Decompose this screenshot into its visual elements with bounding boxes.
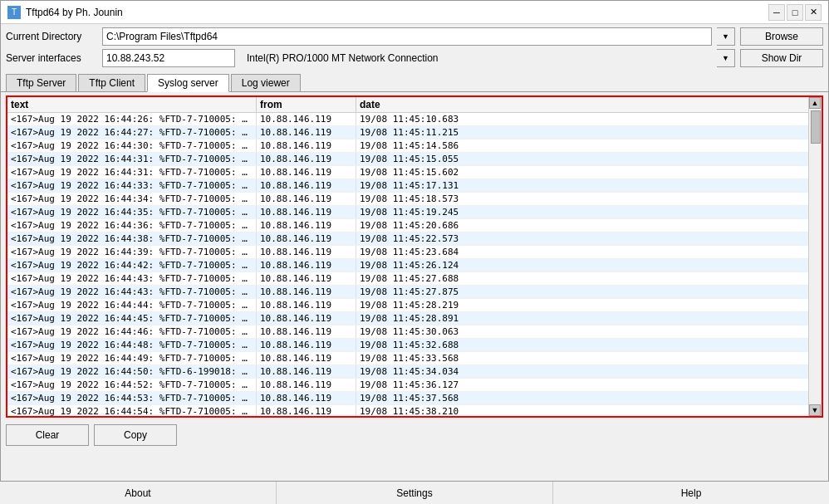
- about-button[interactable]: About: [0, 482, 277, 504]
- log-cell-date: 19/08 11:45:19.245: [356, 206, 808, 218]
- server-description: Intel(R) PRO/1000 MT Network Connection: [247, 52, 712, 64]
- log-cell-text: <167>Aug 19 2022 16:44:48: %FTD-7-710005…: [7, 339, 257, 351]
- log-row: <167>Aug 19 2022 16:44:31: %FTD-7-710005…: [7, 166, 808, 179]
- log-cell-from: 10.88.146.119: [257, 299, 356, 311]
- log-cell-text: <167>Aug 19 2022 16:44:42: %FTD-7-710005…: [7, 259, 257, 272]
- scroll-up-button[interactable]: ▲: [809, 97, 821, 109]
- log-cell-from: 10.88.146.119: [257, 113, 356, 125]
- log-row: <167>Aug 19 2022 16:44:44: %FTD-7-710005…: [7, 299, 808, 312]
- log-cell-from: 10.88.146.119: [257, 246, 356, 258]
- log-row: <167>Aug 19 2022 16:44:42: %FTD-7-710005…: [7, 259, 808, 272]
- log-cell-text: <167>Aug 19 2022 16:44:31: %FTD-7-710005…: [7, 166, 257, 179]
- log-cell-date: 19/08 11:45:15.055: [356, 153, 808, 165]
- toolbar: Current Directory ▼ Browse Server interf…: [1, 24, 828, 71]
- status-bar: About Settings Help: [0, 481, 829, 504]
- log-cell-from: 10.88.146.119: [257, 166, 356, 179]
- tab-tftp-server[interactable]: Tftp Server: [6, 74, 76, 91]
- show-dir-button[interactable]: Show Dir: [740, 49, 823, 67]
- browse-button[interactable]: Browse: [740, 27, 823, 46]
- log-cell-text: <167>Aug 19 2022 16:44:45: %FTD-7-710005…: [7, 312, 257, 325]
- tab-syslog-server[interactable]: Syslog server: [147, 74, 229, 92]
- log-row: <167>Aug 19 2022 16:44:39: %FTD-7-710005…: [7, 246, 808, 259]
- log-row: <167>Aug 19 2022 16:44:52: %FTD-7-710005…: [7, 379, 808, 392]
- log-row: <167>Aug 19 2022 16:44:49: %FTD-7-710005…: [7, 352, 808, 365]
- main-content: text from date <167>Aug 19 2022 16:44:26…: [1, 92, 828, 449]
- log-cell-from: 10.88.146.119: [257, 312, 356, 325]
- log-cell-from: 10.88.146.119: [257, 339, 356, 351]
- log-cell-text: <167>Aug 19 2022 16:44:54: %FTD-7-710005…: [7, 405, 257, 416]
- log-cell-date: 19/08 11:45:36.127: [356, 379, 808, 391]
- log-row: <167>Aug 19 2022 16:44:50: %FTD-6-199018…: [7, 365, 808, 379]
- settings-button[interactable]: Settings: [277, 482, 553, 504]
- scroll-track: [809, 109, 822, 404]
- current-directory-dropdown[interactable]: ▼: [717, 27, 735, 46]
- server-ip-input[interactable]: [102, 49, 235, 67]
- log-row: <167>Aug 19 2022 16:44:31: %FTD-7-710005…: [7, 153, 808, 166]
- log-row: <167>Aug 19 2022 16:44:53: %FTD-7-710005…: [7, 392, 808, 405]
- log-cell-from: 10.88.146.119: [257, 325, 356, 338]
- log-row: <167>Aug 19 2022 16:44:45: %FTD-7-710005…: [7, 312, 808, 325]
- log-cell-text: <167>Aug 19 2022 16:44:43: %FTD-7-710005…: [7, 272, 257, 285]
- tab-tftp-client[interactable]: Tftp Client: [78, 74, 145, 91]
- server-interfaces-label: Server interfaces: [6, 52, 97, 64]
- log-cell-text: <167>Aug 19 2022 16:44:46: %FTD-7-710005…: [7, 325, 257, 338]
- header-from: from: [257, 97, 356, 112]
- log-cell-from: 10.88.146.119: [257, 153, 356, 165]
- current-directory-row: Current Directory ▼ Browse: [6, 27, 823, 46]
- log-cell-date: 19/08 11:45:11.215: [356, 126, 808, 139]
- log-cell-date: 19/08 11:45:15.602: [356, 166, 808, 179]
- scroll-thumb[interactable]: [811, 110, 821, 144]
- scrollbar[interactable]: ▲ ▼: [808, 97, 822, 416]
- log-table-inner: text from date <167>Aug 19 2022 16:44:26…: [7, 97, 808, 416]
- log-row: <167>Aug 19 2022 16:44:46: %FTD-7-710005…: [7, 325, 808, 339]
- log-cell-date: 19/08 11:45:38.210: [356, 405, 808, 416]
- log-cell-text: <167>Aug 19 2022 16:44:26: %FTD-7-710005…: [7, 113, 257, 125]
- log-cell-from: 10.88.146.119: [257, 232, 356, 245]
- log-cell-text: <167>Aug 19 2022 16:44:30: %FTD-7-710005…: [7, 139, 257, 152]
- log-cell-date: 19/08 11:45:17.131: [356, 179, 808, 192]
- current-directory-label: Current Directory: [6, 31, 97, 42]
- current-directory-input[interactable]: [102, 27, 712, 46]
- app-title: Tftpd64 by Ph. Jounin: [26, 7, 123, 18]
- log-table-body[interactable]: <167>Aug 19 2022 16:44:26: %FTD-7-710005…: [7, 113, 808, 416]
- log-cell-date: 19/08 11:45:18.573: [356, 193, 808, 205]
- server-interfaces-dropdown[interactable]: ▼: [717, 49, 735, 67]
- log-cell-from: 10.88.146.119: [257, 206, 356, 218]
- log-cell-date: 19/08 11:45:37.568: [356, 392, 808, 404]
- log-row: <167>Aug 19 2022 16:44:34: %FTD-7-710005…: [7, 193, 808, 206]
- header-text: text: [7, 97, 257, 112]
- log-cell-text: <167>Aug 19 2022 16:44:53: %FTD-7-710005…: [7, 392, 257, 404]
- title-bar-left: T Tftpd64 by Ph. Jounin: [7, 6, 123, 19]
- log-cell-date: 19/08 11:45:10.683: [356, 113, 808, 125]
- log-cell-from: 10.88.146.119: [257, 392, 356, 404]
- log-cell-text: <167>Aug 19 2022 16:44:35: %FTD-7-710005…: [7, 206, 257, 218]
- log-cell-date: 19/08 11:45:30.063: [356, 325, 808, 338]
- log-cell-date: 19/08 11:45:33.568: [356, 352, 808, 365]
- log-row: <167>Aug 19 2022 16:44:33: %FTD-7-710005…: [7, 179, 808, 193]
- log-cell-from: 10.88.146.119: [257, 126, 356, 139]
- log-row: <167>Aug 19 2022 16:44:54: %FTD-7-710005…: [7, 405, 808, 416]
- help-button[interactable]: Help: [553, 482, 829, 504]
- log-cell-date: 19/08 11:45:20.686: [356, 219, 808, 232]
- log-row: <167>Aug 19 2022 16:44:30: %FTD-7-710005…: [7, 139, 808, 153]
- log-cell-from: 10.88.146.119: [257, 379, 356, 391]
- log-table-wrapper: text from date <167>Aug 19 2022 16:44:26…: [6, 95, 823, 418]
- tab-log-viewer[interactable]: Log viewer: [231, 74, 301, 91]
- log-cell-date: 19/08 11:45:28.891: [356, 312, 808, 325]
- log-cell-text: <167>Aug 19 2022 16:44:38: %FTD-7-710005…: [7, 232, 257, 245]
- log-row: <167>Aug 19 2022 16:44:27: %FTD-7-710005…: [7, 126, 808, 139]
- log-cell-date: 19/08 11:45:28.219: [356, 299, 808, 311]
- scroll-down-button[interactable]: ▼: [809, 404, 821, 416]
- minimize-button[interactable]: ─: [768, 4, 785, 21]
- log-cell-text: <167>Aug 19 2022 16:44:50: %FTD-6-199018…: [7, 365, 257, 378]
- clear-button[interactable]: Clear: [6, 424, 89, 446]
- copy-button[interactable]: Copy: [94, 424, 177, 446]
- close-button[interactable]: ✕: [805, 4, 822, 21]
- log-row: <167>Aug 19 2022 16:44:48: %FTD-7-710005…: [7, 339, 808, 352]
- log-cell-text: <167>Aug 19 2022 16:44:36: %FTD-7-710005…: [7, 219, 257, 232]
- maximize-button[interactable]: □: [787, 4, 803, 21]
- log-row: <167>Aug 19 2022 16:44:36: %FTD-7-710005…: [7, 219, 808, 232]
- log-cell-date: 19/08 11:45:14.586: [356, 139, 808, 152]
- title-bar: T Tftpd64 by Ph. Jounin ─ □ ✕: [1, 1, 828, 24]
- title-bar-controls: ─ □ ✕: [768, 4, 822, 21]
